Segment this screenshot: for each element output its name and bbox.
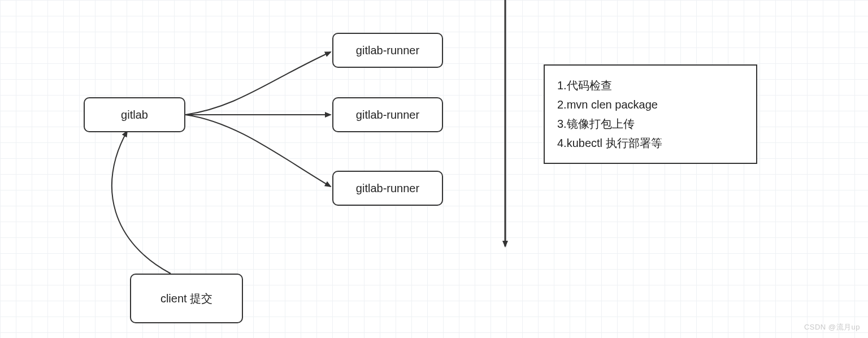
node-runner-2-label: gitlab-runner bbox=[356, 109, 419, 122]
node-gitlab-label: gitlab bbox=[121, 109, 148, 122]
step-3: 3.镜像打包上传 bbox=[557, 114, 744, 133]
steps-box: 1.代码检查 2.mvn clen package 3.镜像打包上传 4.kub… bbox=[544, 64, 757, 164]
node-runner-3: gitlab-runner bbox=[332, 171, 443, 206]
node-gitlab: gitlab bbox=[84, 97, 185, 132]
watermark: CSDN @流月up bbox=[804, 322, 860, 332]
step-4: 4.kubectl 执行部署等 bbox=[557, 133, 744, 153]
node-client: client 提交 bbox=[130, 274, 243, 323]
node-runner-2: gitlab-runner bbox=[332, 97, 443, 132]
node-runner-1-label: gitlab-runner bbox=[356, 44, 419, 57]
node-client-label: client 提交 bbox=[160, 291, 212, 306]
step-1: 1.代码检查 bbox=[557, 76, 744, 95]
node-runner-3-label: gitlab-runner bbox=[356, 182, 419, 195]
node-runner-1: gitlab-runner bbox=[332, 33, 443, 68]
step-2: 2.mvn clen package bbox=[557, 95, 744, 114]
